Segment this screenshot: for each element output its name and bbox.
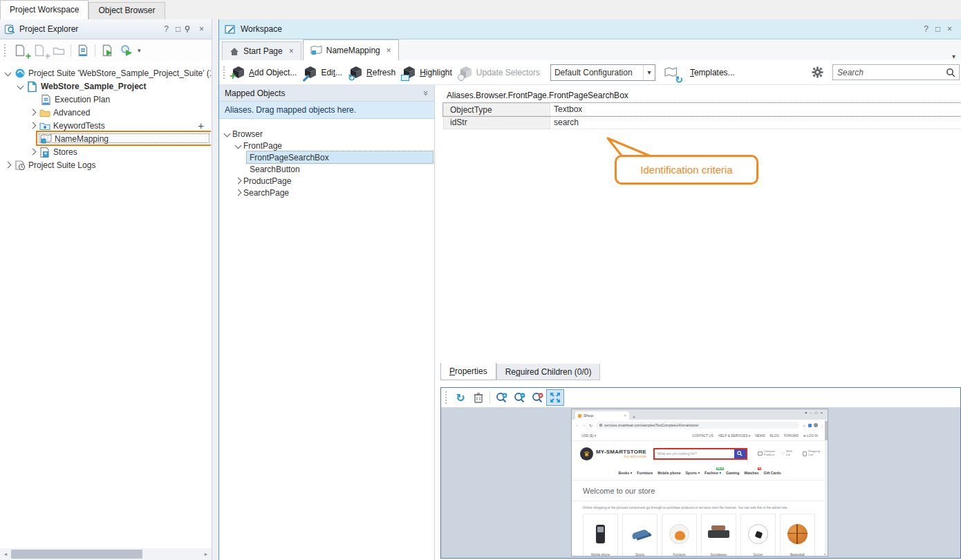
property-name: idStr bbox=[443, 116, 550, 129]
collapse-expander-icon[interactable] bbox=[30, 122, 37, 129]
highlight-button[interactable]: Highlight bbox=[402, 66, 452, 80]
edit-button[interactable]: Edit... bbox=[304, 66, 342, 80]
collapse-expander-icon[interactable] bbox=[5, 162, 12, 169]
preview-canvas[interactable]: Shop × + ▾−□× ← → ↻ services.smartbear.c… bbox=[441, 407, 960, 558]
tree-item-project-suite[interactable]: Project Suite 'WebStore_Sample_Project_S… bbox=[0, 66, 211, 80]
alias-item-browser[interactable]: Browser bbox=[219, 128, 433, 140]
collapse-expander-icon[interactable] bbox=[30, 109, 37, 116]
cart-icon bbox=[803, 451, 807, 456]
collapse-expander-icon[interactable] bbox=[17, 83, 24, 90]
pin-icon[interactable] bbox=[184, 25, 196, 33]
run-project-suite-button[interactable] bbox=[117, 41, 136, 59]
collapse-expander-icon[interactable] bbox=[235, 142, 242, 149]
category-grid: Mobile phone Sports Furniture Sunglasses… bbox=[572, 514, 828, 557]
alias-item-frontpagesearchbox[interactable]: FrontPageSearchBox bbox=[247, 151, 433, 163]
tree-item-project[interactable]: WebStore_Sample_Project bbox=[0, 80, 211, 93]
maximize-button[interactable]: □ bbox=[172, 24, 184, 34]
tree-item-execution-plan[interactable]: Execution Plan bbox=[0, 93, 211, 106]
collapse-expander-icon[interactable] bbox=[224, 131, 231, 138]
project-tree: Project Suite 'WebStore_Sample_Project_S… bbox=[0, 62, 211, 548]
tab-project-workspace[interactable]: Project Workspace bbox=[0, 0, 88, 19]
property-row[interactable]: idStr search bbox=[443, 116, 961, 129]
horizontal-scrollbar[interactable]: ◄ ► bbox=[0, 548, 212, 560]
close-tab-icon[interactable]: × bbox=[386, 46, 391, 55]
window-controls: ▾−□× bbox=[805, 410, 825, 415]
execution-plan-button[interactable] bbox=[73, 41, 93, 59]
discount-badge: % bbox=[758, 467, 761, 470]
collapse-expander-icon[interactable] bbox=[235, 189, 242, 196]
templates-button[interactable]: Templates... bbox=[690, 68, 735, 77]
aliases-drop-bar[interactable]: Aliases. Drag mapped objects here. bbox=[219, 102, 434, 119]
heart-icon: ♡ bbox=[781, 451, 785, 456]
project-explorer-title: Project Explorer bbox=[19, 24, 78, 34]
zoom-in-button[interactable] bbox=[492, 389, 510, 406]
store-header: ♛ MY-SMARTSTORE buy with a smile What ar… bbox=[572, 441, 828, 466]
add-new-item-button[interactable]: + bbox=[30, 41, 49, 59]
compare-icon bbox=[758, 451, 763, 456]
refresh-preview-button[interactable]: ↻ bbox=[451, 389, 469, 406]
alias-item-frontpage[interactable]: FrontPage bbox=[219, 140, 433, 151]
tab-list-dropdown[interactable]: ▾ bbox=[952, 53, 955, 60]
add-keyword-test-button[interactable]: + bbox=[198, 120, 204, 131]
scroll-right-arrow[interactable]: ► bbox=[200, 552, 212, 557]
alias-item-searchpage[interactable]: SearchPage bbox=[219, 187, 433, 198]
maximize-button[interactable]: □ bbox=[932, 24, 944, 34]
close-button[interactable]: × bbox=[196, 24, 207, 34]
property-row[interactable]: ObjectType Textbox bbox=[443, 103, 961, 116]
tab-properties[interactable]: Properties bbox=[440, 363, 496, 380]
mapped-objects-panel: Mapped Objects » Aliases. Drag mapped ob… bbox=[219, 85, 435, 560]
tab-namemapping[interactable]: NameMapping × bbox=[303, 39, 399, 60]
add-new-project-button[interactable]: + bbox=[10, 41, 30, 59]
identification-criteria-callout: Identification criteria bbox=[615, 155, 758, 185]
scroll-left-arrow[interactable]: ◄ bbox=[0, 552, 11, 557]
alias-item-productpage[interactable]: ProductPage bbox=[219, 175, 433, 187]
search-input[interactable] bbox=[833, 68, 946, 77]
open-item-button[interactable] bbox=[49, 41, 68, 59]
tree-item-namemapping[interactable]: NameMapping bbox=[0, 132, 211, 145]
run-project-button[interactable] bbox=[97, 41, 117, 59]
browser-titlebar: Shop × + ▾−□× bbox=[572, 409, 828, 420]
help-button[interactable]: ? bbox=[920, 24, 932, 34]
settings-gear-icon[interactable] bbox=[808, 64, 827, 82]
currency-select: USD ($) ▾ bbox=[581, 434, 596, 438]
toolbar-grip[interactable] bbox=[223, 66, 227, 79]
tree-item-stores[interactable]: Stores bbox=[0, 145, 211, 158]
run-options-dropdown[interactable]: ▾ bbox=[138, 47, 141, 54]
tree-item-advanced[interactable]: Advanced bbox=[0, 106, 211, 119]
tab-start-page[interactable]: Start Page × bbox=[222, 41, 301, 60]
property-value[interactable]: Textbox bbox=[550, 103, 961, 116]
collapse-panel-icon[interactable]: » bbox=[421, 91, 431, 95]
help-button[interactable]: ? bbox=[160, 24, 172, 34]
store-search-button bbox=[734, 449, 746, 458]
delete-preview-button[interactable] bbox=[469, 389, 487, 406]
tab-required-children[interactable]: Required Children (0/0) bbox=[496, 364, 601, 380]
favicon bbox=[578, 414, 581, 418]
configuration-select[interactable]: Default Configuration ▾ bbox=[550, 64, 655, 81]
fit-to-window-button[interactable] bbox=[546, 389, 564, 406]
add-object-button[interactable]: + Add Object... bbox=[232, 66, 297, 80]
toolbar-grip[interactable] bbox=[445, 391, 449, 404]
tree-item-project-suite-logs[interactable]: Project Suite Logs bbox=[0, 158, 211, 171]
collapse-expander-icon[interactable] bbox=[30, 149, 37, 156]
workspace-header: Workspace ? □ × bbox=[219, 19, 961, 39]
sneakers-image bbox=[631, 528, 649, 539]
configuration-value: Default Configuration bbox=[551, 68, 643, 77]
tab-object-browser[interactable]: Object Browser bbox=[88, 2, 165, 19]
close-button[interactable]: × bbox=[944, 24, 955, 34]
panel-splitter[interactable] bbox=[212, 19, 218, 560]
zoom-out-button[interactable] bbox=[510, 389, 528, 406]
property-value[interactable]: search bbox=[550, 116, 961, 129]
toolbar-grip[interactable] bbox=[4, 44, 8, 57]
alias-item-searchbutton[interactable]: SearchButton bbox=[219, 163, 433, 175]
collapse-expander-icon[interactable] bbox=[235, 178, 242, 185]
update-namemapping-button[interactable]: ↻ bbox=[661, 64, 682, 82]
mapped-object-screenshot: Shop × + ▾−□× ← → ↻ services.smartbear.c… bbox=[571, 409, 828, 557]
refresh-icon: ↻ bbox=[349, 66, 363, 80]
collapse-expander-icon[interactable] bbox=[5, 70, 12, 77]
scrollbar-thumb[interactable] bbox=[11, 550, 142, 559]
close-tab-icon[interactable]: × bbox=[289, 46, 294, 56]
search-icon[interactable] bbox=[946, 68, 955, 77]
refresh-button[interactable]: ↻ Refresh bbox=[349, 66, 395, 80]
new-tab-icon: + bbox=[633, 415, 635, 420]
zoom-reset-button[interactable] bbox=[528, 389, 546, 406]
